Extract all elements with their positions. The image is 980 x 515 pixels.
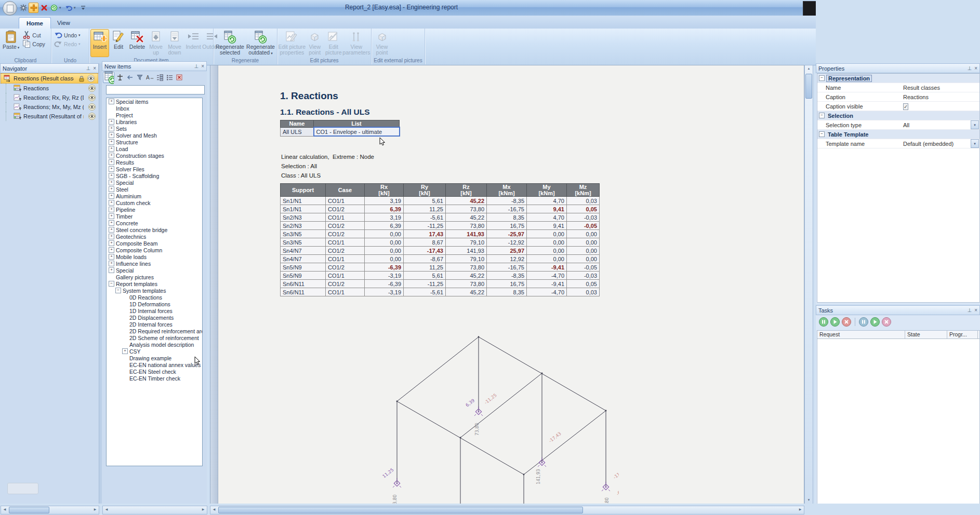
tree-item-load[interactable]: +Load <box>107 145 202 152</box>
remove-icon[interactable] <box>175 73 183 82</box>
close-icon[interactable]: × <box>974 65 977 71</box>
cancel-task-button[interactable] <box>882 317 891 327</box>
tree-item-2d-scheme-of-reinforceme[interactable]: 2D Scheme of reinforcement <box>107 334 202 341</box>
tree-item-sets[interactable]: +Sets <box>107 125 202 132</box>
expand-icon[interactable]: + <box>109 267 114 273</box>
tree-item-ec-en-timber-check[interactable]: EC-EN Timber check <box>107 375 202 382</box>
expand-icon[interactable]: + <box>109 261 114 266</box>
scrollbar-thumb[interactable] <box>9 507 49 513</box>
tree-item-1d-internal-forces[interactable]: 1D Internal forces <box>107 307 202 314</box>
tree-item-geotechnics[interactable]: +Geotechnics <box>107 233 202 240</box>
tree-item-gallery-pictures[interactable]: Gallery pictures <box>107 274 202 280</box>
tree-item-structure[interactable]: +Structure <box>107 139 202 145</box>
tree-item-steel[interactable]: +Steel <box>107 186 202 193</box>
class-list-cell[interactable]: CO1 - Envelope - ultimate <box>314 127 400 136</box>
expand-icon[interactable]: + <box>109 173 114 179</box>
pin-icon[interactable]: ⊥ <box>967 307 972 313</box>
tree-item-drawing-example[interactable]: Drawing example <box>107 355 202 361</box>
tasks-column-state[interactable]: State <box>905 331 947 338</box>
document-horizontal-scrollbar[interactable]: ◀ ▶ <box>210 506 804 514</box>
tree-item-ec-en-steel-check[interactable]: EC-EN Steel check <box>107 368 202 375</box>
tree-item-composite-beam[interactable]: +Composite Beam <box>107 240 202 247</box>
close-icon[interactable]: × <box>201 63 204 69</box>
paste-button[interactable]: Paste ▾ <box>1 29 21 57</box>
eye-icon[interactable] <box>87 75 95 83</box>
expand-icon[interactable]: + <box>109 207 114 212</box>
edit-button[interactable]: Edit <box>109 29 128 57</box>
tree-item-2d-displacements[interactable]: 2D Displacements <box>107 314 202 321</box>
pause-task-button[interactable] <box>859 317 868 327</box>
collapse-icon[interactable]: − <box>819 131 825 137</box>
pin-icon[interactable]: ⊥ <box>194 63 198 69</box>
resume-task-button[interactable] <box>870 317 880 327</box>
cancel-all-button[interactable] <box>842 317 851 327</box>
eye-icon[interactable] <box>88 113 96 121</box>
tree-item-system-templates[interactable]: −System templates <box>107 287 202 294</box>
tree-item-influence-lines[interactable]: +Influence lines <box>107 260 202 267</box>
filter-icon[interactable] <box>136 73 144 82</box>
tree-item-ec-en-national-annex-val[interactable]: EC-EN national annex values <box>107 361 202 368</box>
property-value[interactable]: Reactions <box>903 94 929 100</box>
tree-item-sgb-scaffolding[interactable]: +SGB - Scaffolding <box>107 172 202 179</box>
expand-icon[interactable]: + <box>109 193 114 199</box>
expand-icon[interactable]: + <box>109 200 114 206</box>
expand-icon[interactable]: + <box>109 180 114 185</box>
expand-icon[interactable]: + <box>109 99 114 104</box>
tree-item-2d-internal-forces[interactable]: 2D Internal forces <box>107 321 202 328</box>
navigator-item-resultant-resultant[interactable]: Resultant (Resultant of r... <box>0 112 99 121</box>
tree-item-results[interactable]: +Results <box>107 159 202 166</box>
insert-button[interactable]: Insert <box>90 29 109 57</box>
expand-icon[interactable]: + <box>109 213 114 219</box>
property-value[interactable]: All <box>903 122 909 128</box>
tree-item-libraries[interactable]: +Libraries <box>107 118 202 125</box>
tree-item-concrete[interactable]: +Concrete <box>107 220 202 226</box>
collapse-icon[interactable]: − <box>115 288 121 293</box>
expand-icon[interactable]: + <box>109 234 114 239</box>
delete-button[interactable]: Delete <box>128 29 147 57</box>
expand-icon[interactable]: + <box>109 186 114 192</box>
expand-icon[interactable]: + <box>109 220 114 226</box>
expand-icon[interactable]: + <box>109 159 114 165</box>
tree-item-special[interactable]: +Special <box>107 179 202 186</box>
tree-item-2d-required-reinforcemen[interactable]: 2D Required reinforcement areas E <box>107 328 202 334</box>
scroll-down-arrow-icon[interactable]: ▼ <box>805 497 813 504</box>
tree-item-0d-reactions[interactable]: 0D Reactions <box>107 294 202 301</box>
collapse-icon[interactable]: − <box>109 281 114 287</box>
tree-item-construction-stages[interactable]: +Construction stages <box>107 152 202 159</box>
new-items-search-input[interactable] <box>106 85 205 94</box>
expand-icon[interactable]: + <box>109 126 114 131</box>
new-items-horizontal-scrollbar[interactable]: ◀ ▶ <box>102 506 207 514</box>
navigator-item-reactions-result-cl[interactable]: Reactions (Result classes) <box>1 73 98 84</box>
insert-mode-icon[interactable] <box>116 73 124 82</box>
tree-item-composite-column[interactable]: +Composite Column <box>107 247 202 253</box>
expand-icon[interactable]: + <box>109 132 114 138</box>
eye-icon[interactable] <box>88 94 96 102</box>
expand-icon[interactable]: + <box>109 166 114 172</box>
expand-icon[interactable]: + <box>109 254 114 260</box>
dropdown-arrow-icon[interactable]: ▾ <box>971 120 979 129</box>
expand-icon[interactable]: + <box>122 348 128 354</box>
expand-icon[interactable]: + <box>109 119 114 125</box>
tree-item-steel-concrete-bridge[interactable]: +Steel concrete bridge <box>107 226 202 233</box>
regenerate-icon[interactable] <box>103 72 114 83</box>
tree-item-custom-check[interactable]: +Custom check <box>107 199 202 206</box>
tree-item-csy[interactable]: +CSY <box>107 348 202 355</box>
tree-item-inbox[interactable]: Inbox <box>107 105 202 112</box>
report-document-pane[interactable]: 1. Reactions 1.1. Reactions - All ULS Na… <box>210 65 804 505</box>
expand-icon[interactable]: + <box>109 146 114 152</box>
sort-icon[interactable]: A <box>145 73 154 82</box>
expand-icon[interactable]: + <box>109 153 114 158</box>
expand-icon[interactable]: + <box>109 247 114 253</box>
expand-icon[interactable]: + <box>109 139 114 145</box>
collapse-icon[interactable]: − <box>819 75 825 81</box>
tree-item-special-items[interactable]: +Special items <box>107 98 202 105</box>
regenerate-selected-button[interactable]: Regenerateselected <box>215 29 245 57</box>
resume-all-button[interactable] <box>830 317 840 327</box>
navigator-item-reactions[interactable]: Reactions <box>0 84 99 93</box>
tasks-column-request[interactable]: Request <box>817 331 905 338</box>
navigator-item-reactions-mx-my-m[interactable]: Reactions; Mx, My, Mz (D... <box>0 102 99 112</box>
regenerate-outdated-button[interactable]: Regenerateoutdated ▾ <box>245 29 276 57</box>
eye-icon[interactable] <box>88 85 96 93</box>
close-icon[interactable]: × <box>93 65 96 71</box>
collapse-icon[interactable]: − <box>819 113 825 118</box>
